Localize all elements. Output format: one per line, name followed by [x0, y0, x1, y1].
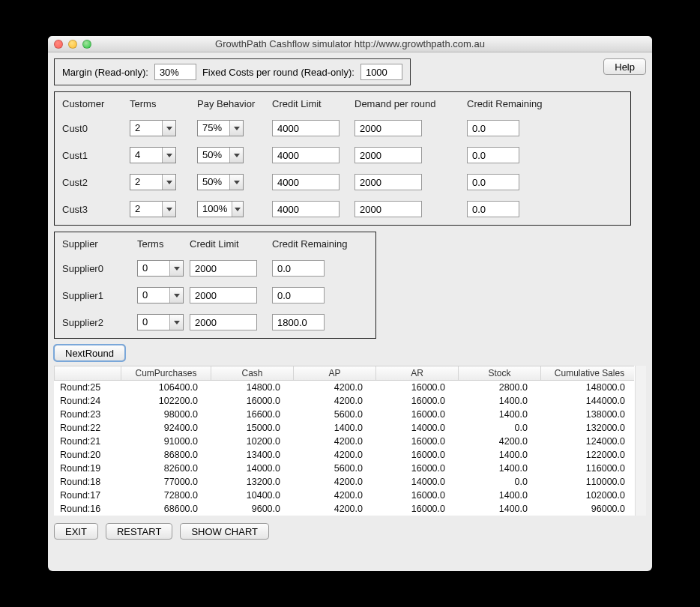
cell-cum-purchases: 68600.0	[121, 504, 211, 514]
cust0-credit-limit-field[interactable]	[272, 120, 340, 136]
table-scrollbar[interactable]	[635, 366, 646, 516]
cell-cum-sales: 96000.0	[541, 504, 639, 514]
content: Margin (Read-only): Fixed Costs per roun…	[48, 52, 652, 546]
cell-round: Round:16	[54, 504, 121, 514]
table-row[interactable]: Round:25106400.014800.04200.016000.02800…	[54, 381, 634, 394]
table-row[interactable]: Round:1982600.014000.05600.016000.01400.…	[54, 462, 634, 475]
traffic-lights	[48, 40, 91, 49]
cell-cum-purchases: 102200.0	[121, 396, 211, 406]
show-chart-button[interactable]: SHOW CHART	[180, 523, 269, 540]
cust-hdr-credit-limit: Credit Limit	[272, 98, 354, 109]
table-row[interactable]: Round:1668600.09600.04200.016000.01400.0…	[54, 502, 634, 516]
table-row[interactable]: Round:2086800.013400.04200.016000.01400.…	[54, 448, 634, 462]
col-ap[interactable]: AP	[294, 366, 376, 380]
cell-stock: 1400.0	[459, 463, 541, 474]
supp1-credit-limit-field[interactable]	[190, 287, 257, 304]
supp2-credit-limit-field[interactable]	[190, 314, 257, 330]
cust2-terms-combo[interactable]: 2	[130, 174, 176, 190]
cell-cash: 13400.0	[211, 450, 294, 460]
cust3-pay-combo[interactable]: 100%	[197, 201, 244, 217]
cell-round: Round:19	[54, 463, 121, 474]
cell-cash: 9600.0	[211, 504, 294, 514]
chevron-down-icon	[162, 148, 175, 163]
cust3-credit-remaining-field[interactable]	[467, 201, 519, 217]
table-row[interactable]: Round:2292400.015000.01400.014000.00.013…	[54, 421, 634, 435]
cust1-demand-field[interactable]	[354, 147, 422, 163]
cell-round: Round:22	[54, 423, 121, 433]
col-cash[interactable]: Cash	[211, 366, 294, 380]
cell-cum-sales: 110000.0	[541, 477, 639, 487]
chevron-down-icon	[232, 202, 243, 217]
cell-cum-sales: 148000.0	[541, 382, 639, 393]
col-cum-purchases[interactable]: CumPurchases	[121, 366, 211, 380]
table-row[interactable]: Round:1772800.010400.04200.016000.01400.…	[54, 489, 634, 502]
cust3-terms-combo[interactable]: 2	[130, 201, 176, 217]
col-stock[interactable]: Stock	[459, 366, 541, 380]
cell-cum-purchases: 86800.0	[121, 450, 211, 460]
cust3-demand-field[interactable]	[354, 201, 422, 217]
chevron-down-icon	[169, 261, 183, 276]
help-button[interactable]: Help	[603, 58, 646, 75]
supp0-credit-remaining-field[interactable]	[272, 260, 325, 277]
cell-ar: 16000.0	[376, 382, 459, 393]
supp1-credit-remaining-field[interactable]	[272, 287, 325, 304]
cell-cum-purchases: 82600.0	[121, 463, 211, 474]
cust2-credit-limit-field[interactable]	[272, 174, 340, 190]
supp-row-label-0: Supplier0	[62, 263, 137, 274]
col-ar[interactable]: AR	[376, 366, 459, 380]
customer-panel: CustomerTermsPay BehaviorCredit LimitDem…	[54, 91, 631, 226]
exit-button[interactable]: EXIT	[54, 523, 98, 540]
supp1-terms-combo[interactable]: 0	[137, 287, 184, 304]
close-icon[interactable]	[54, 40, 63, 49]
supp-hdr-terms: Terms	[137, 238, 190, 250]
supp0-terms-combo[interactable]: 0	[137, 260, 184, 277]
cust-row-label-1: Cust1	[62, 150, 130, 161]
cell-ap: 5600.0	[294, 463, 376, 474]
cust3-credit-limit-field[interactable]	[272, 201, 340, 217]
cell-stock: 0.0	[459, 423, 541, 433]
fixed-costs-field[interactable]	[360, 64, 402, 80]
cust1-pay-combo[interactable]: 50%	[197, 147, 244, 163]
col-round[interactable]	[54, 366, 121, 380]
zoom-icon[interactable]	[82, 40, 91, 49]
cell-ap: 5600.0	[294, 409, 376, 420]
cust1-terms-combo-value: 4	[130, 148, 162, 163]
cust0-pay-combo[interactable]: 75%	[197, 120, 244, 136]
cust1-credit-remaining-field[interactable]	[467, 147, 519, 163]
supp-row-label-1: Supplier1	[62, 290, 137, 301]
minimize-icon[interactable]	[68, 40, 77, 49]
cust1-credit-limit-field[interactable]	[272, 147, 340, 163]
supp2-credit-remaining-field[interactable]	[272, 314, 325, 330]
cell-cum-purchases: 77000.0	[121, 477, 211, 487]
table-row[interactable]: Round:2191000.010200.04200.016000.04200.…	[54, 435, 634, 448]
cust0-terms-combo-value: 2	[130, 121, 162, 136]
cust2-pay-combo[interactable]: 50%	[197, 174, 244, 190]
cell-ar: 16000.0	[376, 436, 459, 447]
cust1-terms-combo[interactable]: 4	[130, 147, 176, 163]
cust1-pay-combo-value: 50%	[198, 148, 229, 163]
supp2-terms-combo[interactable]: 0	[137, 314, 184, 330]
cell-ap: 4200.0	[294, 436, 376, 447]
cust2-demand-field[interactable]	[354, 174, 422, 190]
margin-field[interactable]	[154, 64, 196, 80]
table-row[interactable]: Round:1877000.013200.04200.014000.00.011…	[54, 475, 634, 489]
cust0-terms-combo[interactable]: 2	[130, 120, 176, 136]
chevron-down-icon	[169, 288, 183, 303]
supp0-credit-limit-field[interactable]	[190, 260, 257, 277]
margin-label: Margin (Read-only):	[62, 67, 148, 78]
cell-stock: 1400.0	[459, 396, 541, 406]
next-round-button[interactable]: NextRound	[54, 345, 125, 361]
cust0-demand-field[interactable]	[354, 120, 422, 136]
cell-cash: 16000.0	[211, 396, 294, 406]
cell-cum-sales: 144000.0	[541, 396, 639, 406]
cell-cum-purchases: 106400.0	[121, 382, 211, 393]
table-row[interactable]: Round:2398000.016600.05600.016000.01400.…	[54, 408, 634, 421]
restart-button[interactable]: RESTART	[106, 523, 172, 540]
col-cum-sales[interactable]: Cumulative Sales	[541, 366, 639, 380]
cust0-credit-remaining-field[interactable]	[467, 120, 519, 136]
supp1-terms-combo-value: 0	[138, 288, 169, 303]
cust2-credit-remaining-field[interactable]	[467, 174, 519, 190]
cell-round: Round:23	[54, 409, 121, 420]
table-row[interactable]: Round:24102200.016000.04200.016000.01400…	[54, 394, 634, 408]
cell-cum-purchases: 91000.0	[121, 436, 211, 447]
